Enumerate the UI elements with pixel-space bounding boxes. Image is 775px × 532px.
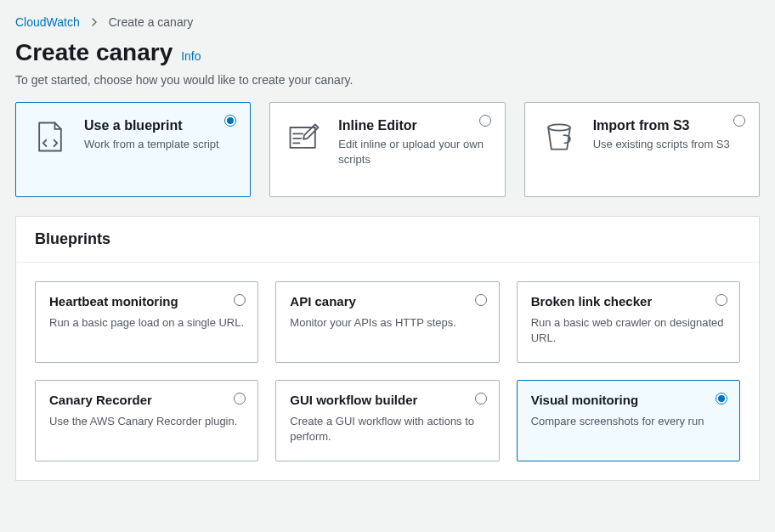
tile-desc: Edit inline or upload your own scripts [338,137,489,167]
blueprint-heartbeat[interactable]: Heartbeat monitoring Run a basic page lo… [35,281,258,363]
blueprint-desc: Create a GUI workflow with actions to pe… [290,414,484,444]
blueprint-title: GUI workflow builder [290,393,484,407]
editor-icon [286,118,323,156]
tile-title: Import from S3 [593,118,744,133]
blueprint-title: Broken link checker [531,294,726,308]
blueprint-brokenlink[interactable]: Broken link checker Run a basic web craw… [517,281,740,363]
page-subtitle: To get started, choose how you would lik… [15,73,760,87]
tile-use-blueprint[interactable]: Use a blueprint Work from a template scr… [15,102,251,197]
blueprint-visual[interactable]: Visual monitoring Compare screenshots fo… [517,380,740,461]
chevron-right-icon [90,15,99,29]
blueprint-desc: Run a basic page load on a single URL. [49,315,244,331]
radio-icon [716,294,727,306]
blueprint-desc: Compare screenshots for every run [531,414,726,429]
blueprints-panel: Blueprints Heartbeat monitoring Run a ba… [15,216,760,481]
blueprint-gui[interactable]: GUI workflow builder Create a GUI workfl… [275,380,499,461]
breadcrumb-current: Create a canary [109,15,194,29]
blueprint-title: Heartbeat monitoring [49,294,244,308]
tile-inline-editor[interactable]: Inline Editor Edit inline or upload your… [269,102,505,197]
svg-point-1 [548,124,570,130]
radio-icon [479,115,491,127]
blueprint-desc: Use the AWS Canary Recorder plugin. [49,414,244,429]
info-link[interactable]: Info [181,49,201,63]
tile-title: Use a blueprint [84,118,235,133]
creation-method-tiles: Use a blueprint Work from a template scr… [15,102,760,197]
blueprints-heading: Blueprints [16,217,759,263]
tile-import-s3[interactable]: Import from S3 Use existing scripts from… [524,102,760,197]
tile-desc: Work from a template script [84,137,235,152]
blueprint-title: Canary Recorder [49,393,244,407]
breadcrumb-root-link[interactable]: CloudWatch [15,15,80,29]
radio-icon [716,393,727,405]
blueprints-grid: Heartbeat monitoring Run a basic page lo… [35,281,740,461]
tile-title: Inline Editor [338,118,489,133]
blueprint-title: Visual monitoring [531,393,726,407]
radio-icon [475,393,487,405]
blueprint-api[interactable]: API canary Monitor your APIs as HTTP ste… [275,281,499,363]
page-header: Create canary Info To get started, choos… [15,39,760,87]
breadcrumb: CloudWatch Create a canary [15,15,760,29]
blueprint-desc: Monitor your APIs as HTTP steps. [290,315,484,331]
bucket-icon [540,118,578,156]
svg-rect-0 [291,127,315,148]
radio-icon [475,294,487,306]
radio-icon [733,115,745,127]
blueprint-recorder[interactable]: Canary Recorder Use the AWS Canary Recor… [35,380,258,461]
page-title: Create canary [15,39,173,66]
tile-desc: Use existing scripts from S3 [593,137,744,152]
code-file-icon [31,118,69,156]
blueprint-title: API canary [290,294,484,308]
blueprint-desc: Run a basic web crawler on designated UR… [531,315,726,346]
